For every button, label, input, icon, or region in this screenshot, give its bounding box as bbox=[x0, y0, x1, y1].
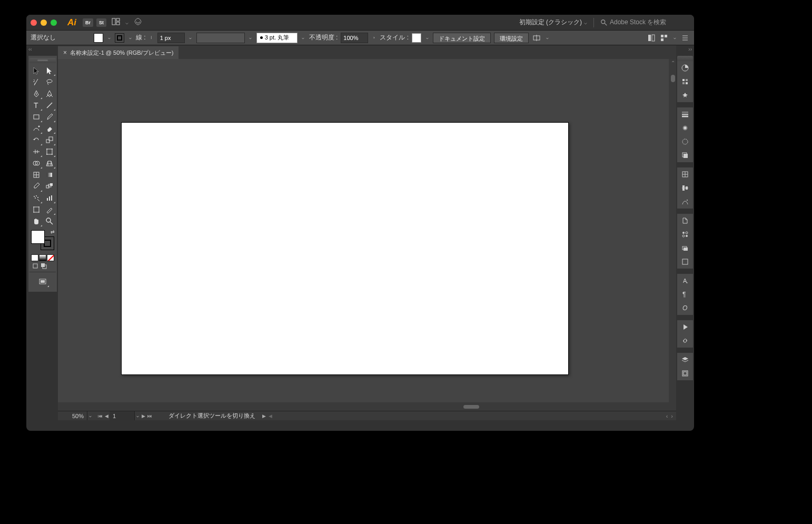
links-panel-icon[interactable] bbox=[677, 334, 693, 348]
opentype-panel-icon[interactable]: O bbox=[677, 301, 693, 315]
color-guide-panel-icon[interactable] bbox=[677, 88, 693, 102]
close-window-button[interactable] bbox=[31, 19, 37, 26]
horizontal-scrollbar[interactable] bbox=[58, 402, 669, 411]
shape-builder-tool[interactable] bbox=[29, 157, 43, 169]
stroke-link-icon[interactable]: ⁞ bbox=[149, 34, 154, 42]
style-dropdown[interactable]: ⌵ bbox=[424, 34, 430, 42]
stroke-swatch[interactable] bbox=[115, 33, 124, 43]
eraser-tool[interactable] bbox=[43, 123, 56, 134]
fill-color[interactable] bbox=[31, 230, 45, 244]
stroke-weight-dropdown[interactable]: ⌵ bbox=[188, 34, 193, 42]
pathfinder-panel-icon[interactable] bbox=[677, 195, 693, 209]
collapse-left-icon[interactable]: ‹‹ bbox=[26, 45, 34, 53]
stroke-dropdown[interactable]: ⌵ bbox=[127, 34, 133, 42]
gradient-panel-icon[interactable] bbox=[677, 121, 693, 135]
lasso-tool[interactable] bbox=[43, 76, 56, 88]
next-artboard-icon[interactable]: ▶ bbox=[140, 413, 146, 419]
symbol-sprayer-tool[interactable] bbox=[29, 192, 43, 204]
bridge-badge[interactable]: Br bbox=[83, 18, 93, 27]
zoom-tool[interactable] bbox=[43, 215, 56, 227]
align-to-dropdown[interactable]: ⌵ bbox=[544, 34, 550, 42]
stroke-weight-field[interactable] bbox=[157, 33, 185, 43]
arrange-icon[interactable] bbox=[659, 33, 669, 43]
document-tab[interactable]: × 名称未設定-1 @ 50% (RGB/プレビュー) bbox=[58, 46, 179, 59]
stock-search[interactable]: Adobe Stock を検索 bbox=[600, 18, 690, 27]
rotate-tool[interactable] bbox=[29, 134, 43, 146]
scroll-right-icon[interactable]: › bbox=[671, 413, 673, 419]
artboard[interactable] bbox=[121, 122, 569, 375]
column-graph-tool[interactable] bbox=[43, 192, 56, 204]
line-tool[interactable] bbox=[43, 100, 56, 111]
curvature-tool[interactable] bbox=[43, 88, 56, 100]
transparency-panel-icon[interactable] bbox=[677, 135, 693, 149]
panel-scroll-up-icon[interactable]: ⌃ bbox=[671, 60, 675, 66]
brush-dropdown[interactable]: ⌵ bbox=[301, 34, 306, 42]
paintbrush-tool[interactable] bbox=[43, 111, 56, 123]
mesh-tool[interactable] bbox=[29, 169, 43, 181]
align-to-icon[interactable] bbox=[532, 33, 541, 43]
perspective-grid-tool[interactable] bbox=[43, 157, 56, 169]
width-tool[interactable] bbox=[29, 146, 43, 157]
pen-tool[interactable] bbox=[29, 88, 43, 100]
arrange-dropdown-icon[interactable]: ⌵ bbox=[125, 19, 128, 25]
screen-mode-tool[interactable] bbox=[36, 276, 49, 288]
fill-dropdown[interactable]: ⌵ bbox=[106, 34, 112, 42]
toggle-panels-icon[interactable] bbox=[647, 33, 656, 43]
arrange-drop[interactable]: ⌵ bbox=[672, 34, 677, 42]
last-artboard-icon[interactable]: ⏭ bbox=[146, 413, 153, 419]
maximize-window-button[interactable] bbox=[51, 19, 57, 26]
scroll-thumb[interactable] bbox=[463, 405, 479, 409]
direct-selection-tool[interactable] bbox=[43, 65, 56, 76]
shaper-tool[interactable] bbox=[29, 123, 43, 134]
swatches-panel-icon[interactable] bbox=[677, 75, 693, 88]
scroll-thumb[interactable] bbox=[671, 75, 675, 82]
magic-wand-tool[interactable] bbox=[29, 76, 43, 88]
gpu-preview-icon[interactable] bbox=[132, 17, 144, 27]
collapse-right-icon[interactable]: ›› bbox=[686, 45, 694, 53]
graphic-styles-panel-icon[interactable] bbox=[677, 214, 693, 228]
character-panel-icon[interactable]: A bbox=[677, 274, 693, 288]
asset-export-panel-icon[interactable] bbox=[677, 367, 693, 380]
tools-grip[interactable] bbox=[29, 58, 56, 63]
minimize-window-button[interactable] bbox=[41, 19, 47, 26]
close-tab-icon[interactable]: × bbox=[63, 49, 67, 56]
gradient-mode[interactable] bbox=[39, 254, 46, 261]
scroll-left-icon[interactable]: ‹ bbox=[666, 413, 668, 419]
stroke-panel-icon[interactable] bbox=[677, 107, 693, 121]
fill-swatch[interactable] bbox=[94, 33, 103, 43]
zoom-dropdown[interactable]: ⌵ bbox=[87, 412, 93, 420]
layers-panel-icon[interactable] bbox=[677, 353, 693, 367]
vsp-dropdown[interactable]: ⌵ bbox=[248, 34, 253, 42]
rectangle-tool[interactable] bbox=[29, 111, 43, 123]
brush-definition[interactable]: 3 pt. 丸筆 bbox=[256, 33, 298, 43]
vsp-field[interactable] bbox=[196, 33, 245, 43]
selection-tool[interactable] bbox=[29, 65, 43, 76]
graphic-style-swatch[interactable] bbox=[412, 33, 421, 43]
appearance-panel-icon[interactable] bbox=[677, 149, 693, 162]
slice-tool[interactable] bbox=[43, 204, 56, 215]
transform-panel-icon[interactable] bbox=[677, 167, 693, 181]
brushes-panel-icon[interactable] bbox=[677, 241, 693, 255]
color-panel-icon[interactable] bbox=[677, 61, 693, 75]
status-back-icon[interactable]: ◀ bbox=[267, 413, 273, 419]
arrange-documents-icon[interactable] bbox=[110, 17, 122, 27]
swap-fill-stroke-icon[interactable]: ⇄ bbox=[51, 229, 55, 234]
canvas[interactable] bbox=[58, 59, 676, 411]
artboard-number[interactable]: 1 bbox=[110, 411, 135, 420]
free-transform-tool[interactable] bbox=[43, 146, 56, 157]
dock-grip[interactable] bbox=[677, 56, 693, 61]
align-panel-icon[interactable] bbox=[677, 181, 693, 195]
color-mode[interactable] bbox=[31, 254, 38, 261]
stock-badge[interactable]: St bbox=[96, 18, 106, 27]
list-icon[interactable] bbox=[680, 33, 690, 43]
scale-tool[interactable] bbox=[43, 134, 56, 146]
opacity-field[interactable] bbox=[341, 33, 368, 43]
workspace-switcher[interactable]: 初期設定 (クラシック) ⌵ bbox=[519, 18, 587, 27]
preferences-button[interactable]: 環境設定 bbox=[494, 33, 529, 43]
fill-stroke-control[interactable]: ⇄ bbox=[29, 229, 56, 252]
zoom-level[interactable]: 50% bbox=[58, 411, 87, 420]
artboards-panel-icon[interactable] bbox=[677, 255, 693, 269]
eyedropper-tool[interactable] bbox=[29, 181, 43, 192]
vertical-scrollbar[interactable] bbox=[669, 59, 676, 411]
prev-artboard-icon[interactable]: ◀ bbox=[103, 413, 110, 419]
